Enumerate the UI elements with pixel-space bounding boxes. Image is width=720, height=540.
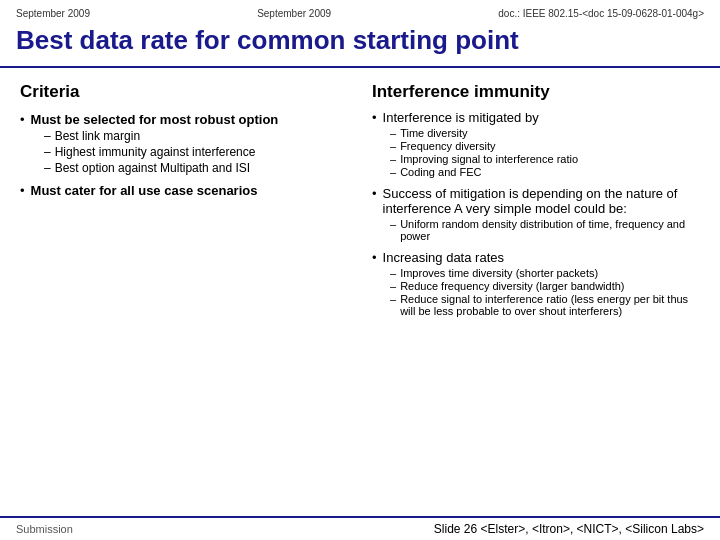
- bullet2-text: Must cater for all use case scenarios: [31, 183, 258, 198]
- right-bullet3-dot: •: [372, 250, 377, 265]
- bullet2-main: • Must cater for all use case scenarios: [20, 183, 348, 198]
- right-sub1-1: Time diversity: [390, 127, 700, 139]
- criteria-title: Criteria: [20, 82, 348, 102]
- slide-header: September 2009 September 2009 doc.: IEEE…: [0, 0, 720, 68]
- left-sub2: Highest immunity against interference: [44, 145, 348, 159]
- right-bullet1-subs: Time diversity Frequency diversity Impro…: [390, 127, 700, 178]
- left-sub1: Best link margin: [44, 129, 348, 143]
- right-bullet1-dot: •: [372, 110, 377, 125]
- right-bullet2-subs: Uniform random density distribution of t…: [390, 218, 700, 242]
- right-bullet2-text: Success of mitigation is depending on th…: [383, 186, 700, 216]
- right-sub1-3: Improving signal to interference ratio: [390, 153, 700, 165]
- footer-submission: Submission: [16, 523, 73, 535]
- right-bullet3-text: Increasing data rates: [383, 250, 504, 265]
- bullet1-dot: •: [20, 112, 25, 127]
- right-sub3-2: Reduce frequency diversity (larger bandw…: [390, 280, 700, 292]
- bullet1-text: Must be selected for most robust option: [31, 112, 279, 127]
- left-column: Criteria • Must be selected for most rob…: [20, 82, 348, 325]
- footer-slide-info: Slide 26 <Elster>, <Itron>, <NICT>, <Sil…: [434, 522, 704, 536]
- right-bullet3-row: • Increasing data rates: [372, 250, 700, 265]
- slide-footer: Submission Slide 26 <Elster>, <Itron>, <…: [0, 516, 720, 540]
- right-sub1-4: Coding and FEC: [390, 166, 700, 178]
- header-right: doc.: IEEE 802.15-<doc 15-09-0628-01-004…: [498, 8, 704, 19]
- slide-title: Best data rate for common starting point: [16, 21, 704, 62]
- left-sub3: Best option against Multipath and ISI: [44, 161, 348, 175]
- slide: September 2009 September 2009 doc.: IEEE…: [0, 0, 720, 540]
- header-left: September 2009: [16, 8, 90, 19]
- interference-title: Interference immunity: [372, 82, 700, 102]
- right-bullet3-subs: Improves time diversity (shorter packets…: [390, 267, 700, 317]
- right-sub2-1: Uniform random density distribution of t…: [390, 218, 700, 242]
- bullet1-sub-list: Best link margin Highest immunity agains…: [44, 129, 348, 175]
- right-bullet1-row: • Interference is mitigated by: [372, 110, 700, 125]
- right-sub1-2: Frequency diversity: [390, 140, 700, 152]
- right-bullet2-row: • Success of mitigation is depending on …: [372, 186, 700, 216]
- right-sub3-3: Reduce signal to interference ratio (les…: [390, 293, 700, 317]
- right-bullet2-dot: •: [372, 186, 377, 201]
- bullet1-main: • Must be selected for most robust optio…: [20, 112, 348, 127]
- right-column: Interference immunity • Interference is …: [372, 82, 700, 325]
- right-sub3-1: Improves time diversity (shorter packets…: [390, 267, 700, 279]
- header-top: September 2009 September 2009 doc.: IEEE…: [16, 8, 704, 19]
- content-area: Criteria • Must be selected for most rob…: [0, 68, 720, 325]
- header-center: September 2009: [257, 8, 331, 19]
- bullet2-dot: •: [20, 183, 25, 198]
- right-bullet1-intro: Interference is mitigated by: [383, 110, 539, 125]
